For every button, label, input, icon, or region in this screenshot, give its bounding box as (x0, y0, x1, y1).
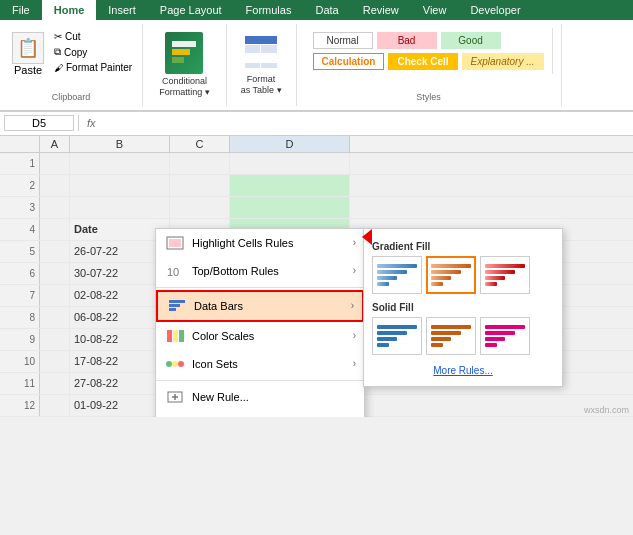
svg-rect-15 (169, 308, 176, 311)
tab-view[interactable]: View (411, 0, 459, 20)
paste-button[interactable]: 📋 Paste (8, 28, 48, 80)
highlight-cells-icon (164, 234, 186, 252)
icon-sets-label: Icon Sets (192, 358, 353, 370)
bar-blue-preview (375, 259, 419, 291)
svg-rect-0 (172, 41, 196, 47)
menu-divider-2 (156, 380, 364, 381)
paste-icon: 📋 (12, 32, 44, 64)
solid-orange[interactable] (426, 317, 476, 355)
menu-item-highlight-cells[interactable]: Highlight Cells Rules › (156, 229, 364, 257)
menu-divider-1 (156, 287, 364, 288)
conditional-formatting-icon (165, 32, 203, 74)
gradient-orange[interactable] (426, 256, 476, 294)
menu-item-icon-sets[interactable]: Icon Sets › (156, 350, 364, 378)
copy-icon (54, 46, 61, 58)
copy-label: Copy (64, 47, 87, 58)
svg-rect-7 (261, 54, 277, 62)
tab-insert[interactable]: Insert (96, 0, 148, 20)
menu-item-new-rule[interactable]: New Rule... (156, 383, 364, 411)
new-rule-label: New Rule... (192, 391, 356, 403)
svg-rect-9 (261, 63, 277, 68)
conditional-formatting-button[interactable]: Conditional Formatting ▾ (151, 28, 218, 102)
ribbon-body: 📋 Paste Cut Copy Format Painter (0, 20, 633, 111)
tab-formulas[interactable]: Formulas (234, 0, 304, 20)
svg-rect-11 (169, 239, 181, 247)
svg-rect-5 (261, 45, 277, 53)
svg-rect-18 (179, 330, 184, 342)
svg-rect-3 (245, 36, 277, 44)
format-painter-button[interactable]: Format Painter (52, 61, 134, 74)
color-scales-icon (164, 327, 186, 345)
format-table-icon (243, 32, 279, 72)
gradient-fill-label: Gradient Fill (372, 241, 554, 252)
clipboard-group: 📋 Paste Cut Copy Format Painter (0, 24, 143, 106)
tab-developer[interactable]: Developer (458, 0, 532, 20)
tab-review[interactable]: Review (351, 0, 411, 20)
col-header-a: A (40, 136, 70, 152)
icon-sets-arrow: › (353, 358, 356, 369)
style-bad[interactable]: Bad (377, 32, 437, 49)
format-as-table-button[interactable]: Format as Table ▾ (235, 28, 288, 100)
conditional-formatting-label: Conditional Formatting ▾ (159, 76, 210, 98)
highlight-cells-arrow: › (353, 237, 356, 248)
color-scales-arrow: › (353, 330, 356, 341)
more-rules-link[interactable]: More Rules... (372, 363, 554, 378)
ribbon: File Home Insert Page Layout Formulas Da… (0, 0, 633, 112)
svg-rect-2 (172, 57, 184, 63)
data-bars-icon (166, 297, 188, 315)
menu-item-data-bars[interactable]: Data Bars › (156, 290, 364, 322)
ribbon-tab-bar: File Home Insert Page Layout Formulas Da… (0, 0, 633, 20)
menu-item-color-scales[interactable]: Color Scales › (156, 322, 364, 350)
tab-home[interactable]: Home (42, 0, 97, 20)
solid-fill-options (372, 317, 554, 355)
copy-button[interactable]: Copy (52, 45, 134, 59)
cut-button[interactable]: Cut (52, 30, 134, 43)
menu-item-top-bottom[interactable]: 10 Top/Bottom Rules › (156, 257, 364, 285)
tab-page-layout[interactable]: Page Layout (148, 0, 234, 20)
top-bottom-label: Top/Bottom Rules (192, 265, 353, 277)
styles-row-1: Normal Bad Good (313, 32, 544, 49)
menu-item-clear-rules[interactable]: Clear Rules › (156, 411, 364, 417)
col-header-d: D (230, 136, 350, 152)
solid-pink[interactable] (480, 317, 530, 355)
tab-file[interactable]: File (0, 0, 42, 20)
solid-blue[interactable] (372, 317, 422, 355)
style-normal[interactable]: Normal (313, 32, 373, 49)
format-painter-label: Format Painter (66, 62, 132, 73)
cell-reference-box[interactable] (4, 115, 74, 131)
color-scales-label: Color Scales (192, 330, 353, 342)
formula-bar-separator (78, 115, 79, 131)
bar-solid-blue-preview (375, 320, 419, 352)
svg-point-20 (172, 361, 178, 367)
style-calculation[interactable]: Calculation (313, 53, 385, 70)
style-check-cell[interactable]: Check Cell (388, 53, 457, 70)
col-header-b: B (70, 136, 170, 152)
bar-solid-orange-preview (429, 320, 473, 352)
submenu-arrow (362, 229, 372, 245)
style-good[interactable]: Good (441, 32, 501, 49)
table-row: 1 (0, 153, 633, 175)
svg-point-19 (166, 361, 172, 367)
spreadsheet-container: A B C D 1 2 3 4 Date 5 26-07-22 (0, 136, 633, 417)
data-bars-submenu: Gradient Fill (363, 228, 563, 387)
col-header-c: C (170, 136, 230, 152)
data-bars-label: Data Bars (194, 300, 351, 312)
formula-input[interactable] (100, 117, 629, 129)
icon-sets-icon (164, 355, 186, 373)
new-rule-icon (164, 388, 186, 406)
format-as-table-label: Format as Table ▾ (241, 74, 282, 96)
gradient-blue[interactable] (372, 256, 422, 294)
table-row: 2 (0, 175, 633, 197)
top-bottom-icon: 10 (164, 262, 186, 280)
conditional-formatting-menu: Highlight Cells Rules › 10 Top/Bottom Ru… (155, 228, 365, 417)
bar-solid-pink-preview (483, 320, 527, 352)
styles-label: Styles (416, 90, 441, 102)
svg-point-21 (178, 361, 184, 367)
svg-rect-16 (167, 330, 172, 342)
clear-rules-icon (164, 416, 186, 417)
tab-data[interactable]: Data (303, 0, 350, 20)
gradient-red[interactable] (480, 256, 530, 294)
style-explanatory[interactable]: Explanatory ... (462, 53, 544, 70)
styles-row-2: Calculation Check Cell Explanatory ... (313, 53, 544, 70)
bar-red-preview (483, 259, 527, 291)
